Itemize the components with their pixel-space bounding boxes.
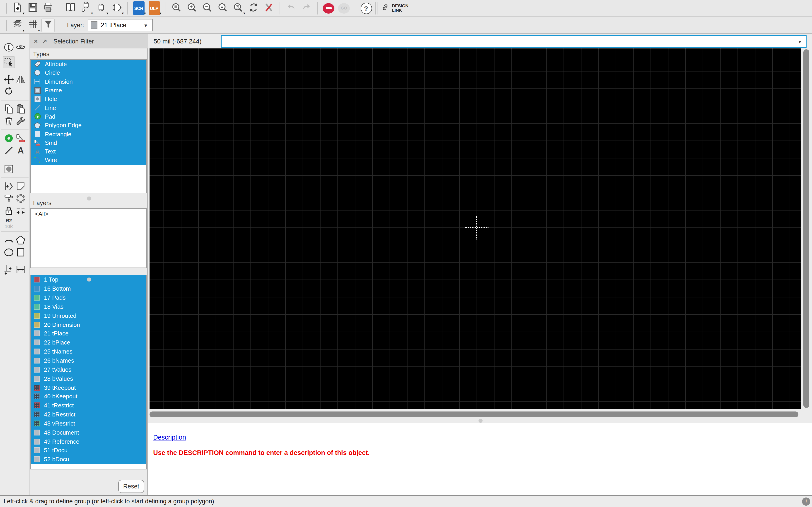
package-button[interactable]: ▾ bbox=[94, 1, 108, 15]
type-item-rectangle[interactable]: Rectangle bbox=[31, 130, 146, 138]
layer-item[interactable]: 52 bDocu bbox=[31, 455, 146, 464]
paste-tool[interactable] bbox=[15, 103, 27, 115]
hole-tool[interactable] bbox=[3, 163, 15, 175]
arc-tool[interactable] bbox=[3, 234, 15, 246]
grid-button[interactable]: ▾ bbox=[26, 18, 39, 32]
type-item-line[interactable]: Line bbox=[31, 103, 146, 112]
layer-item[interactable]: 25 tNames bbox=[31, 347, 146, 356]
name-value-tool[interactable]: R2 10k bbox=[3, 217, 15, 229]
device-button[interactable]: ▾ bbox=[79, 1, 92, 15]
optimize-tool[interactable] bbox=[15, 192, 27, 205]
change-tool[interactable] bbox=[15, 115, 27, 127]
layer-item[interactable]: 18 Vias bbox=[31, 302, 146, 311]
layer-item[interactable]: 28 bValues bbox=[31, 374, 146, 383]
toolbar-grip[interactable] bbox=[4, 3, 7, 13]
zoom-select-button[interactable] bbox=[216, 1, 229, 15]
type-item-smd[interactable]: Smd bbox=[31, 138, 146, 147]
delete-tool[interactable] bbox=[3, 115, 15, 127]
go-button[interactable]: GO bbox=[337, 1, 351, 15]
layers-scope-list[interactable]: <All> bbox=[30, 208, 147, 268]
info-tool[interactable] bbox=[3, 41, 15, 53]
layer-item[interactable]: 51 tDocu bbox=[31, 446, 146, 455]
layer-list[interactable]: 1 Top 16 Bottom 17 Pads 18 Vias bbox=[30, 275, 147, 469]
polygon-tool[interactable] bbox=[15, 234, 27, 246]
zoom-redraw-button[interactable]: ▾ bbox=[231, 1, 245, 15]
show-tool[interactable] bbox=[15, 41, 27, 53]
type-item-dimension[interactable]: Dimension bbox=[31, 77, 146, 86]
type-item-polygon-edge[interactable]: Polygon Edge bbox=[31, 121, 146, 130]
rect-tool[interactable] bbox=[15, 246, 27, 259]
ulp-button[interactable]: ULP ▾ bbox=[147, 1, 161, 15]
ratsnest-tool[interactable] bbox=[3, 192, 15, 205]
smd-tool[interactable] bbox=[15, 132, 27, 145]
layer-item[interactable]: 41 tRestrict bbox=[31, 401, 146, 410]
meander-tool[interactable] bbox=[15, 205, 27, 217]
zoom-out-button[interactable] bbox=[200, 1, 214, 15]
layer-item[interactable]: 49 Reference bbox=[31, 437, 146, 446]
rotate-tool[interactable] bbox=[3, 86, 15, 98]
move-tool[interactable] bbox=[3, 73, 15, 86]
redo-button[interactable] bbox=[300, 1, 313, 15]
selection-filter-toggle[interactable] bbox=[41, 18, 55, 32]
alert-icon[interactable]: ! bbox=[802, 498, 810, 506]
new-file-button[interactable]: ▾ bbox=[10, 1, 24, 15]
help-button[interactable]: ? bbox=[359, 1, 373, 15]
type-item-attribute[interactable]: Attribute bbox=[31, 60, 146, 69]
layer-item[interactable]: 20 Dimension bbox=[31, 320, 146, 329]
zoom-fit-button[interactable] bbox=[169, 1, 183, 15]
lock-tool[interactable] bbox=[3, 205, 15, 217]
circle-tool[interactable] bbox=[3, 246, 15, 259]
mirror-tool[interactable] bbox=[15, 73, 27, 86]
line-tool[interactable] bbox=[3, 145, 15, 157]
toolbar-grip[interactable] bbox=[4, 20, 7, 31]
symbol-button[interactable]: ▾ bbox=[110, 1, 123, 15]
layer-item[interactable]: 43 vRestrict bbox=[31, 419, 146, 428]
library-button[interactable] bbox=[63, 1, 77, 15]
layer-dropdown[interactable]: 21 tPlace ▼ bbox=[88, 19, 152, 31]
layer-item[interactable]: 22 bPlace bbox=[31, 338, 146, 347]
drawing-canvas[interactable] bbox=[150, 48, 801, 409]
refresh-button[interactable] bbox=[247, 1, 260, 15]
horizontal-scrollbar[interactable] bbox=[150, 411, 801, 417]
vertical-scrollbar[interactable] bbox=[803, 49, 809, 408]
layer-item[interactable]: 39 tKeepout bbox=[31, 383, 146, 392]
panel-splitter[interactable] bbox=[87, 196, 91, 201]
close-icon[interactable]: × bbox=[34, 38, 38, 45]
layer-item[interactable]: 26 bNames bbox=[31, 356, 146, 365]
save-button[interactable] bbox=[26, 1, 39, 15]
design-link-button[interactable]: DESIGN LINK bbox=[380, 3, 411, 13]
copy-tool[interactable] bbox=[3, 103, 15, 115]
type-item-frame[interactable]: Frame bbox=[31, 86, 146, 95]
zoom-in-button[interactable] bbox=[185, 1, 198, 15]
type-item-wire[interactable]: Wire bbox=[31, 156, 146, 165]
mark-tool[interactable] bbox=[3, 264, 15, 276]
layer-item[interactable]: 42 bRestrict bbox=[31, 410, 146, 419]
type-item-pad[interactable]: Pad bbox=[31, 112, 146, 121]
layers-all-item[interactable]: <All> bbox=[31, 209, 146, 217]
type-item-text[interactable]: Text bbox=[31, 147, 146, 156]
type-item-hole[interactable]: Hole bbox=[31, 95, 146, 103]
layer-item[interactable]: 19 Unrouted bbox=[31, 311, 146, 320]
reset-button[interactable]: Reset bbox=[118, 480, 144, 493]
undo-button[interactable] bbox=[284, 1, 298, 15]
description-link[interactable]: Description bbox=[153, 434, 186, 441]
scrollbar-thumb[interactable] bbox=[803, 49, 809, 408]
type-item-circle[interactable]: Circle bbox=[31, 69, 146, 77]
layer-item[interactable]: 17 Pads bbox=[31, 293, 146, 302]
group-select-tool[interactable] bbox=[3, 56, 15, 68]
layer-item[interactable]: 21 tPlace bbox=[31, 329, 146, 338]
stop-button[interactable] bbox=[322, 1, 335, 15]
mix-button[interactable] bbox=[262, 1, 275, 15]
command-input[interactable] bbox=[221, 35, 807, 48]
layer-item[interactable]: 16 Bottom bbox=[31, 284, 146, 293]
types-list[interactable]: Attribute Circle Dimension Frame Hole bbox=[30, 59, 147, 193]
miter-tool[interactable] bbox=[15, 180, 27, 192]
layer-item[interactable]: 48 Document bbox=[31, 428, 146, 437]
layer-item[interactable]: 27 tValues bbox=[31, 365, 146, 374]
canvas-description-splitter[interactable] bbox=[478, 419, 483, 423]
scrollbar-thumb[interactable] bbox=[150, 411, 798, 417]
dimension-tool[interactable] bbox=[15, 264, 27, 276]
panel-splitter[interactable] bbox=[87, 278, 91, 282]
script-button[interactable]: SCR ▾ bbox=[132, 1, 145, 15]
pad-tool[interactable] bbox=[3, 132, 15, 145]
